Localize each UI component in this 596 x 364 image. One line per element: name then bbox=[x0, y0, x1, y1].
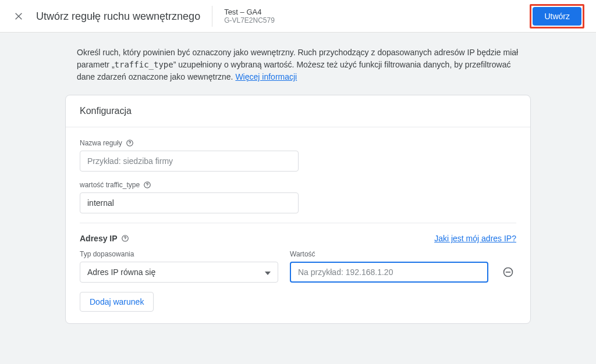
ip-value-input[interactable] bbox=[290, 262, 488, 283]
help-icon[interactable] bbox=[126, 139, 134, 147]
help-icon[interactable] bbox=[121, 234, 129, 242]
main-content: Określ ruch, który powinien być oznaczon… bbox=[0, 33, 596, 324]
rule-name-label: Nazwa reguły bbox=[80, 139, 122, 147]
card-title: Konfiguracja bbox=[66, 95, 530, 127]
svg-point-5 bbox=[147, 186, 148, 187]
traffic-type-input[interactable] bbox=[80, 192, 299, 213]
config-card: Konfiguracja Nazwa reguły wartość traffi… bbox=[65, 95, 531, 324]
property-id: G-VL7E2NC579 bbox=[224, 16, 275, 24]
page-title: Utwórz regułę ruchu wewnętrznego bbox=[36, 6, 212, 27]
add-condition-button[interactable]: Dodaj warunek bbox=[80, 292, 154, 312]
traffic-type-label: wartość traffic_type bbox=[80, 181, 140, 189]
match-type-select[interactable]: Adres IP równa się bbox=[80, 262, 278, 283]
chevron-down-icon bbox=[265, 267, 271, 277]
rule-name-field: Nazwa reguły bbox=[80, 139, 516, 172]
close-icon[interactable] bbox=[12, 9, 26, 23]
create-button[interactable]: Utwórz bbox=[533, 7, 581, 26]
property-info: Test – GA4 G-VL7E2NC579 bbox=[212, 8, 275, 24]
match-type-label: Typ dopasowania bbox=[80, 250, 278, 258]
top-bar: Utwórz regułę ruchu wewnętrznego Test – … bbox=[0, 0, 596, 33]
rule-name-input[interactable] bbox=[80, 151, 299, 172]
remove-condition-icon[interactable] bbox=[500, 264, 516, 280]
help-icon[interactable] bbox=[143, 181, 151, 189]
learn-more-link[interactable]: Więcej informacji bbox=[235, 72, 297, 81]
svg-point-3 bbox=[129, 144, 130, 145]
condition-row: Typ dopasowania Adres IP równa się Warto… bbox=[80, 250, 516, 283]
property-name: Test – GA4 bbox=[224, 8, 275, 16]
value-label: Wartość bbox=[290, 250, 488, 258]
highlight-frame: Utwórz bbox=[530, 4, 584, 28]
what-is-my-ip-link[interactable]: Jaki jest mój adres IP? bbox=[434, 234, 516, 243]
ip-section-title: Adresy IP bbox=[80, 234, 118, 243]
traffic-type-field: wartość traffic_type bbox=[80, 181, 516, 213]
svg-point-7 bbox=[125, 240, 125, 240]
intro-text: Określ ruch, który powinien być oznaczon… bbox=[65, 47, 531, 95]
